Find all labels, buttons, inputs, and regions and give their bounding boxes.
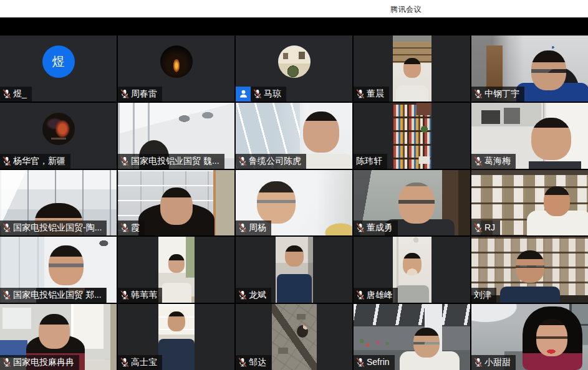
name-label: 煜_ <box>0 87 32 102</box>
video-tile-3[interactable]: 马琼 <box>236 36 352 102</box>
mic-muted-icon <box>474 89 483 98</box>
video-tile-23[interactable]: 邹达 <box>236 304 352 370</box>
name-label: 鲁缆公司陈虎 <box>236 154 306 169</box>
participant-name: 周春雷 <box>131 88 157 100</box>
participant-name: 董晨 <box>367 88 384 100</box>
participant-nameplate: 国家电投铝业国贸 魏... <box>118 154 224 169</box>
participant-name: 小甜甜 <box>484 356 511 368</box>
mic-muted-icon <box>474 358 483 367</box>
participant-nameplate: 霞 <box>118 221 145 235</box>
participant-name: 鲁缆公司陈虎 <box>249 155 301 167</box>
person-icon <box>236 87 251 102</box>
participant-name: 煜_ <box>13 88 27 100</box>
tencent-meeting-window: 腾讯会议 煜 煜_ <box>0 0 588 370</box>
participant-name: 陈玮轩 <box>356 155 382 167</box>
participant-name: 霞 <box>131 222 140 234</box>
participant-avatar <box>42 113 75 145</box>
video-tile-22[interactable]: 高士宝 <box>118 304 234 370</box>
participant-nameplate: Sefrin <box>354 355 395 370</box>
participant-nameplate: 邹达 <box>236 355 271 370</box>
name-label: 葛海梅 <box>471 154 516 169</box>
video-tile-5[interactable]: 中钢丁宇 <box>471 36 588 102</box>
portrait-video-strip <box>393 237 431 303</box>
video-tile-16[interactable]: 国家电投铝业国贸 郑... <box>0 237 117 303</box>
participant-name: 杨华官，新疆 <box>13 155 65 167</box>
video-tile-1[interactable]: 煜 煜_ <box>0 36 117 102</box>
name-label: 周杨 <box>236 221 271 235</box>
window-titlebar[interactable]: 腾讯会议 <box>0 0 588 17</box>
participant-nameplate: 中钢丁宇 <box>471 87 524 102</box>
participant-nameplate: 国家电投铝业国贸 郑... <box>0 288 107 303</box>
participant-nameplate: 刘津 <box>471 288 496 303</box>
participant-name: 国家电投铝业国贸 郑... <box>13 289 102 301</box>
participant-name: Sefrin <box>367 356 390 368</box>
name-label: 国家电投铝业国贸 郑... <box>0 288 107 303</box>
video-tile-12[interactable]: 霞 <box>118 170 234 236</box>
mic-muted-icon <box>2 358 11 367</box>
video-tile-25[interactable]: 小甜甜 <box>471 304 588 370</box>
name-label: 董晨 <box>354 87 389 102</box>
participant-nameplate: 小甜甜 <box>471 355 516 370</box>
mic-muted-icon <box>120 290 129 300</box>
participant-name: 邹达 <box>249 356 266 368</box>
participant-nameplate: 鲁缆公司陈虎 <box>236 154 306 169</box>
participant-nameplate: RJ <box>471 221 500 235</box>
participant-nameplate: 韩苇苇 <box>118 288 162 303</box>
participant-nameplate: 葛海梅 <box>471 154 516 169</box>
avatar-letter: 煜 <box>52 54 65 70</box>
video-tile-19[interactable]: 唐雄峰 <box>354 237 470 303</box>
participant-nameplate: 煜_ <box>0 87 32 102</box>
mic-muted-icon <box>2 223 11 232</box>
video-tile-2[interactable]: 周春雷 <box>118 36 234 102</box>
name-label: Sefrin <box>354 355 395 370</box>
name-label: 董成勇 <box>354 221 398 235</box>
mic-muted-icon <box>474 223 483 232</box>
name-label: 马琼 <box>251 87 286 102</box>
participant-nameplate: 国家电投麻冉冉 <box>0 355 79 370</box>
video-tile-8[interactable]: 鲁缆公司陈虎 <box>236 103 352 169</box>
video-tile-14[interactable]: 董成勇 <box>354 170 470 236</box>
portrait-video-strip <box>393 103 431 169</box>
participant-nameplate: 国家电投铝业国贸-陶... <box>0 221 107 235</box>
portrait-video-strip <box>393 36 431 102</box>
video-tile-18[interactable]: 龙斌 <box>236 237 352 303</box>
participant-avatar <box>160 45 193 78</box>
mic-muted-icon <box>253 89 262 98</box>
participant-name: 国家电投铝业国贸 魏... <box>131 155 219 167</box>
video-tile-4[interactable]: 董晨 <box>354 36 470 102</box>
meeting-top-toolbar <box>0 17 588 36</box>
video-tile-24[interactable]: Sefrin <box>354 304 470 370</box>
participant-name: RJ <box>484 222 495 234</box>
mic-muted-icon <box>120 358 129 367</box>
video-tile-10[interactable]: 葛海梅 <box>471 103 588 169</box>
participant-nameplate: 龙斌 <box>236 288 271 303</box>
mic-muted-icon <box>356 223 365 232</box>
video-grid: 煜 煜_ <box>0 36 588 370</box>
video-tile-17[interactable]: 韩苇苇 <box>118 237 234 303</box>
video-tile-11[interactable]: 国家电投铝业国贸-陶... <box>0 170 117 236</box>
name-label: 国家电投铝业国贸 魏... <box>118 154 224 169</box>
participant-name: 董成勇 <box>367 222 393 234</box>
participant-nameplate: 周杨 <box>236 221 271 235</box>
video-tile-9[interactable]: 陈玮轩 <box>354 103 470 169</box>
participant-name: 葛海梅 <box>484 155 511 167</box>
participant-avatar: 煜 <box>42 45 75 78</box>
video-tile-21[interactable]: 国家电投麻冉冉 <box>0 304 117 370</box>
mic-muted-icon <box>356 290 365 300</box>
mic-muted-icon <box>356 358 365 367</box>
video-tile-6[interactable]: 杨华官，新疆 <box>0 103 117 169</box>
portrait-video-strip <box>272 304 317 370</box>
video-tile-15[interactable]: RJ <box>471 170 588 236</box>
participant-name: 国家电投麻冉冉 <box>13 356 74 368</box>
participant-name: 高士宝 <box>131 356 157 368</box>
mic-muted-icon <box>120 156 129 166</box>
name-label: 邹达 <box>236 355 271 370</box>
participant-nameplate: 高士宝 <box>118 355 162 370</box>
participant-nameplate: 董晨 <box>354 87 389 102</box>
video-tile-7[interactable]: 国家电投铝业国贸 魏... <box>118 103 234 169</box>
video-tile-20[interactable]: 刘津 <box>471 237 588 303</box>
mic-muted-icon <box>2 156 11 166</box>
name-label: 陈玮轩 <box>354 154 387 169</box>
portrait-video-strip <box>158 237 195 303</box>
video-tile-13[interactable]: 周杨 <box>236 170 352 236</box>
